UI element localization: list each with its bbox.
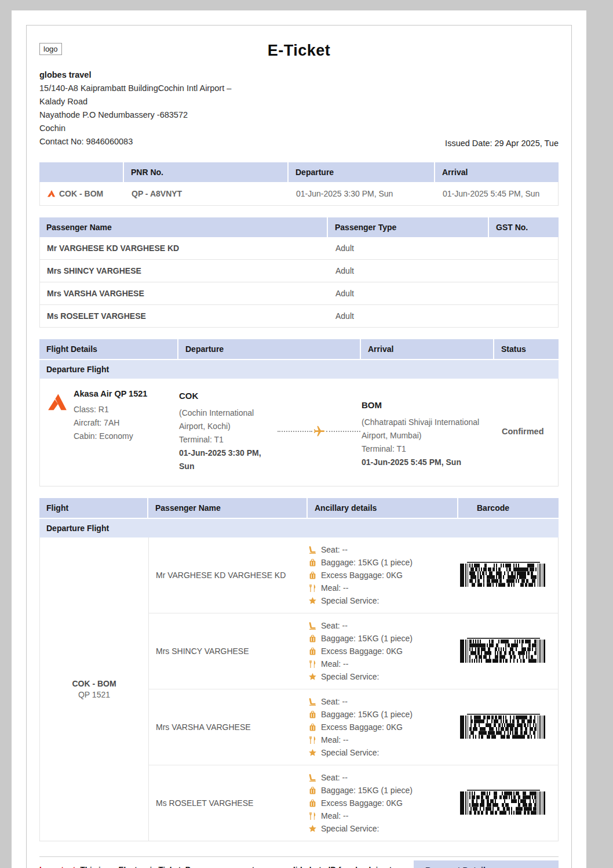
passenger-table: Passenger Name Passenger Type GST No. Mr… <box>39 217 559 328</box>
meal-value: Meal: -- <box>321 811 348 820</box>
passenger-name: Ms ROSELET VARGHESE <box>40 305 329 327</box>
header-departure: Departure <box>178 339 361 359</box>
flight-path-graphic <box>276 425 362 438</box>
passenger-row: Mr VARGHESE KD VARGHESE KD Adult <box>40 237 558 260</box>
excess-baggage-icon <box>308 799 317 808</box>
flight-sector: COK - BOM <box>72 679 116 688</box>
passenger-row: Ms ROSELET VARGHESE Adult <box>40 305 558 327</box>
seat-icon <box>308 546 317 554</box>
passenger-gst <box>490 260 558 282</box>
ancillary-row: Mrs VARSHA VARGHESE Seat: -- Baggage: 15… <box>149 689 558 765</box>
barcode-image <box>460 638 547 664</box>
meal-icon <box>308 812 317 820</box>
excess-baggage-value: Excess Baggage: 0KG <box>321 647 403 656</box>
header-passenger-name: Passenger Name <box>39 217 328 237</box>
akasa-air-logo <box>47 390 68 416</box>
passenger-row: Mrs VARSHA VARGHESE Adult <box>40 282 558 305</box>
document-frame: logo E-Ticket globes travel 15/140-A8 Ka… <box>26 25 572 868</box>
passenger-name: Mr VARGHESE KD VARGHESE KD <box>40 237 329 259</box>
barcode-image <box>460 714 547 740</box>
airplane-icon <box>313 425 326 438</box>
passenger-name: Mr VARGHESE KD VARGHESE KD <box>149 541 308 609</box>
eticket-document: logo E-Ticket globes travel 15/140-A8 Ka… <box>12 10 586 868</box>
special-service-value: Special Service: <box>321 672 379 681</box>
passenger-type: Adult <box>329 282 490 304</box>
aircraft-value: Aircraft: 7AH <box>74 416 147 430</box>
special-service-icon <box>308 673 317 681</box>
agency-address-line: Nayathode P.O Nedumbassery -683572 <box>39 108 231 122</box>
special-service-icon <box>308 825 317 833</box>
seat-value: Seat: -- <box>321 545 348 554</box>
meal-icon <box>308 584 317 593</box>
header-ancillary-details: Ancillary details <box>308 498 458 518</box>
barcode-image <box>460 562 547 589</box>
meal-icon <box>308 736 317 744</box>
important-notice: Important: This is an Electronic Ticket.… <box>39 864 394 868</box>
agency-logo: logo <box>39 43 62 55</box>
agency-address-line: Kalady Road <box>39 95 231 108</box>
passenger-gst <box>490 305 558 327</box>
baggage-value: Baggage: 15KG (1 piece) <box>321 710 413 719</box>
baggage-value: Baggage: 15KG (1 piece) <box>321 558 413 567</box>
header-flight: Flight <box>39 498 148 518</box>
ancillary-table: Flight Passenger Name Ancillary details … <box>39 498 559 841</box>
baggage-icon <box>308 786 317 795</box>
departure-flight-section-label: Departure Flight <box>39 360 559 379</box>
header-flight-details: Flight Details <box>39 339 178 359</box>
ancillary-table-header: Flight Passenger Name Ancillary details … <box>39 498 559 518</box>
agency-block: globes travel 15/140-A8 Kaiprambatt Buil… <box>39 68 559 148</box>
meal-value: Meal: -- <box>321 659 348 669</box>
passenger-gst <box>490 282 558 304</box>
meal-value: Meal: -- <box>321 583 348 593</box>
barcode-image <box>460 790 547 816</box>
passenger-type: Adult <box>329 305 490 327</box>
header-sector <box>39 162 124 182</box>
special-service-value: Special Service: <box>321 748 379 757</box>
ancillary-row: Mrs SHINCY VARGHESE Seat: -- Baggage: 15… <box>149 613 558 689</box>
flight-number: QP 1521 <box>78 690 110 699</box>
seat-value: Seat: -- <box>321 697 348 706</box>
footer-divider <box>39 856 559 857</box>
header-departure: Departure <box>289 162 435 182</box>
departure-terminal: Terminal: T1 <box>179 433 276 446</box>
arrival-airport-name: (Chhatrapati Shivaji International Airpo… <box>362 416 495 442</box>
important-label: Important: <box>39 865 78 868</box>
baggage-value: Baggage: 15KG (1 piece) <box>321 786 413 795</box>
header-barcode: Barcode <box>458 498 559 518</box>
agency-address-line: 15/140-A8 Kaiprambatt BuildingCochin Int… <box>39 82 231 95</box>
seat-icon <box>308 622 317 630</box>
header-arrival: Arrival <box>361 339 494 359</box>
header-passenger-name: Passenger Name <box>148 498 308 518</box>
header-gst: GST No. <box>489 217 559 237</box>
ancillary-row: Mr VARGHESE KD VARGHESE KD Seat: -- Bagg… <box>149 537 558 613</box>
baggage-icon <box>308 710 317 719</box>
passenger-table-header: Passenger Name Passenger Type GST No. <box>39 217 559 237</box>
page-title: E-Ticket <box>39 39 559 60</box>
departure-flight-section-label: Departure Flight <box>39 519 559 537</box>
footer: Important: This is an Electronic Ticket.… <box>39 860 559 868</box>
flight-details-header: Flight Details Departure Arrival Status <box>39 339 559 359</box>
akasa-air-logo-icon <box>47 190 56 198</box>
special-service-icon <box>308 597 317 605</box>
seat-value: Seat: -- <box>321 773 348 782</box>
seat-value: Seat: -- <box>321 621 348 630</box>
header-passenger-type: Passenger Type <box>328 217 489 237</box>
document-header: logo E-Ticket <box>39 39 559 64</box>
special-service-value: Special Service: <box>321 824 379 833</box>
airline-flight-number: Akasa Air QP 1521 <box>74 389 147 398</box>
sector-value: COK - BOM <box>59 189 103 198</box>
class-value: Class: R1 <box>74 403 147 416</box>
status-badge: Confirmed <box>495 427 558 436</box>
passenger-name: Ms ROSELET VARGHESE <box>149 769 308 837</box>
header-pnr: PNR No. <box>124 162 289 182</box>
seat-icon <box>308 698 317 706</box>
special-service-icon <box>308 749 317 757</box>
flight-row: Akasa Air QP 1521 Class: R1 Aircraft: 7A… <box>40 379 558 486</box>
pnr-value: QP - A8VNYT <box>125 182 289 205</box>
arrival-datetime: 01-Jun-2025 5:45 PM, Sun <box>362 456 495 469</box>
payment-details-box: Payment Details Fare: ₹ 23,860.00 K3/GST… <box>414 860 559 868</box>
agency-name: globes travel <box>39 68 231 82</box>
passenger-name: Mrs SHINCY VARGHESE <box>149 617 308 685</box>
excess-baggage-value: Excess Baggage: 0KG <box>321 571 403 580</box>
header-arrival: Arrival <box>435 162 559 182</box>
